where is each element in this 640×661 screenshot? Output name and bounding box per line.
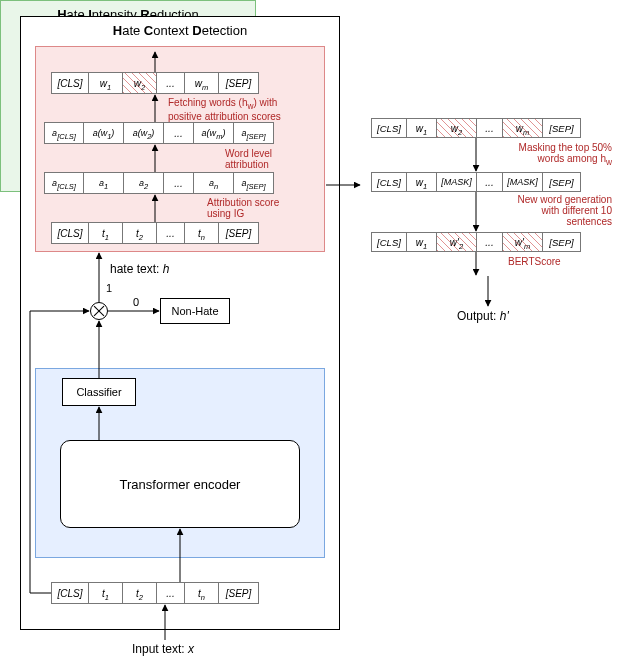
token-sep: [SEP] bbox=[543, 118, 581, 138]
token-a-sep: a[SEP] bbox=[234, 172, 274, 194]
hcd-row-aw: a[CLS] a(w1) a(w2) ... a(wm) a[SEP] bbox=[44, 122, 274, 144]
nonhate-box: Non-Hate bbox=[160, 298, 230, 324]
token-cls: [CLS] bbox=[51, 72, 89, 94]
token-w2-hatched: w2 bbox=[437, 118, 477, 138]
token-t1: t1 bbox=[89, 582, 123, 604]
token-a-cls: a[CLS] bbox=[44, 122, 84, 144]
token-an: an bbox=[194, 172, 234, 194]
hir-row3: [CLS] w1 w'2 ... w'm [SEP] bbox=[371, 232, 581, 252]
token-a-cls: a[CLS] bbox=[44, 172, 84, 194]
token-cls: [CLS] bbox=[371, 118, 407, 138]
token-sep: [SEP] bbox=[219, 72, 259, 94]
token-w2p-hatched: w'2 bbox=[437, 232, 477, 252]
hate-text-label: hate text: h bbox=[110, 262, 169, 276]
hcd-input-row: [CLS] t1 t2 ... tn [SEP] bbox=[51, 582, 259, 604]
token-sep: [SEP] bbox=[543, 232, 581, 252]
token-dots: ... bbox=[157, 582, 185, 604]
token-w1: w1 bbox=[407, 232, 437, 252]
token-dots: ... bbox=[164, 172, 194, 194]
edge-label-0: 0 bbox=[133, 296, 139, 308]
token-w2-hatched: w2 bbox=[123, 72, 157, 94]
token-wmp-hatched: w'm bbox=[503, 232, 543, 252]
hcd-row-ai: a[CLS] a1 a2 ... an a[SEP] bbox=[44, 172, 274, 194]
token-t2: t2 bbox=[123, 222, 157, 244]
note-ig: Attribution scoreusing IG bbox=[207, 197, 279, 219]
token-t2: t2 bbox=[123, 582, 157, 604]
note-gen: New word generationwith different 10sent… bbox=[505, 194, 612, 227]
token-dots: ... bbox=[157, 72, 185, 94]
encoder-box: Transformer encoder bbox=[60, 440, 300, 528]
note-bert: BERTScore bbox=[508, 256, 561, 267]
token-aw1: a(w1) bbox=[84, 122, 124, 144]
token-dots: ... bbox=[157, 222, 185, 244]
token-wm-hatched: wm bbox=[503, 118, 543, 138]
token-mask: [MASK] bbox=[437, 172, 477, 192]
classifier-box: Classifier bbox=[62, 378, 136, 406]
output-label: Output: h' bbox=[457, 309, 509, 323]
note-mask: Masking the top 50%words among hw bbox=[500, 142, 612, 167]
token-sep: [SEP] bbox=[219, 222, 259, 244]
hcd-row-t: [CLS] t1 t2 ... tn [SEP] bbox=[51, 222, 259, 244]
token-mask: [MASK] bbox=[503, 172, 543, 192]
token-awm: a(wm) bbox=[194, 122, 234, 144]
token-dots: ... bbox=[477, 118, 503, 138]
token-cls: [CLS] bbox=[371, 172, 407, 192]
hir-row1: [CLS] w1 w2 ... wm [SEP] bbox=[371, 118, 581, 138]
token-dots: ... bbox=[477, 232, 503, 252]
token-w1: w1 bbox=[89, 72, 123, 94]
note-wordlevel: Word levelattribution bbox=[225, 148, 272, 170]
token-t1: t1 bbox=[89, 222, 123, 244]
diagram-stage: Hate Context Detection [CLS] w1 w2 ... w… bbox=[0, 0, 640, 661]
token-w1: w1 bbox=[407, 118, 437, 138]
token-a1: a1 bbox=[84, 172, 124, 194]
token-cls: [CLS] bbox=[51, 582, 89, 604]
hcd-title: Hate Context Detection bbox=[21, 23, 339, 38]
token-wm: wm bbox=[185, 72, 219, 94]
token-sep: [SEP] bbox=[219, 582, 259, 604]
edge-label-1: 1 bbox=[106, 282, 112, 294]
token-cls: [CLS] bbox=[371, 232, 407, 252]
hir-row2: [CLS] w1 [MASK] ... [MASK] [SEP] bbox=[371, 172, 581, 192]
token-dots: ... bbox=[477, 172, 503, 192]
token-tn: tn bbox=[185, 582, 219, 604]
token-cls: [CLS] bbox=[51, 222, 89, 244]
note-fetch: Fetching words (hw) with positive attrib… bbox=[168, 97, 328, 122]
token-tn: tn bbox=[185, 222, 219, 244]
decision-node bbox=[90, 302, 108, 320]
token-sep: [SEP] bbox=[543, 172, 581, 192]
token-aw2: a(w2) bbox=[124, 122, 164, 144]
token-a2: a2 bbox=[124, 172, 164, 194]
token-w1: w1 bbox=[407, 172, 437, 192]
hcd-row-w: [CLS] w1 w2 ... wm [SEP] bbox=[51, 72, 259, 94]
token-a-sep: a[SEP] bbox=[234, 122, 274, 144]
input-text-label: Input text: x bbox=[132, 642, 194, 656]
token-dots: ... bbox=[164, 122, 194, 144]
